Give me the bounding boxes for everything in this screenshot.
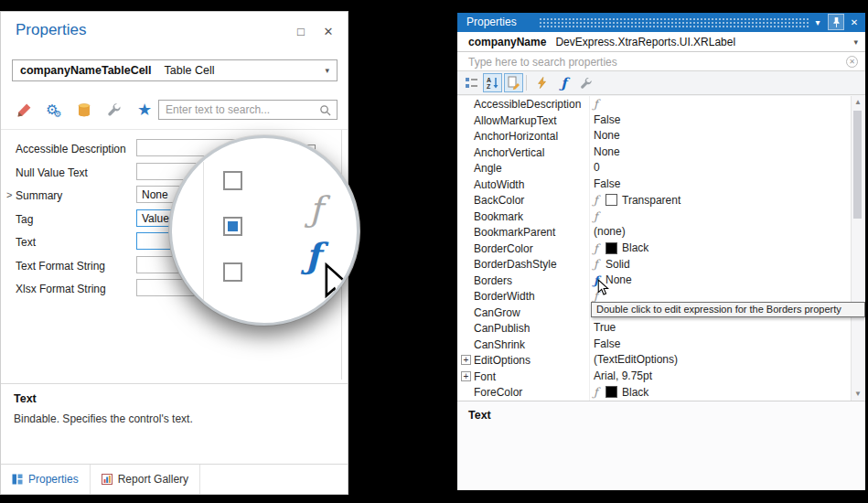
- property-value: ƒSolid: [591, 257, 849, 271]
- grid-row-autowidth[interactable]: AutoWidthFalse: [457, 177, 851, 193]
- control-selector-dropdown[interactable]: companyNameTableCell Table Cell ▾: [12, 59, 338, 81]
- value-text: None: [605, 273, 632, 286]
- expression-checkbox-checked[interactable]: [223, 217, 242, 236]
- property-value: ƒBlack: [591, 385, 849, 399]
- f-glyph: ƒ: [561, 75, 566, 91]
- value-text: (none): [594, 225, 626, 238]
- expression-f-icon[interactable]: ƒ: [594, 257, 601, 271]
- scroll-down-icon[interactable]: ▼: [852, 388, 864, 401]
- grid-row-forecolor[interactable]: ForeColorƒBlack: [457, 384, 851, 401]
- tab-properties[interactable]: Properties: [1, 465, 91, 494]
- gear-icon: ⚙: [54, 109, 62, 119]
- grid-row-anchorvertical[interactable]: AnchorVerticalNone: [457, 144, 851, 161]
- wrench-icon: [107, 102, 122, 117]
- property-name: EditOptions: [474, 354, 530, 367]
- data-icon[interactable]: [72, 98, 96, 122]
- grid-row-accessibledescription[interactable]: AccessibleDescriptionƒ: [457, 96, 851, 112]
- property-name: AllowMarkupText: [474, 114, 557, 127]
- expression-f-icon-active[interactable]: ƒ: [305, 235, 320, 276]
- favorites-star-icon[interactable]: ★: [133, 98, 156, 122]
- expression-f-icon[interactable]: ƒ: [309, 189, 322, 230]
- layout-wrench-icon[interactable]: [102, 98, 126, 122]
- grid-row-bordercolor[interactable]: BorderColorƒBlack: [457, 241, 851, 257]
- grid-row-backcolor[interactable]: BackColorƒTransparent: [457, 192, 851, 209]
- grid-row-canshrink[interactable]: CanShrinkFalse: [457, 337, 851, 353]
- grid-scrollbar[interactable]: ▲ ▼: [851, 96, 864, 401]
- az-sort-glyph: A Z: [486, 76, 499, 90]
- property-label: Text: [16, 236, 36, 249]
- format-brush-icon[interactable]: [12, 98, 36, 122]
- property-name: AutoWidth: [474, 178, 524, 191]
- tooltip: Double click to edit expression for the …: [591, 302, 865, 317]
- property-label: Accessible Description: [16, 143, 126, 155]
- grid-row-bookmarkparent[interactable]: BookmarkParent(none): [457, 224, 851, 241]
- categorized-icon[interactable]: [462, 73, 481, 92]
- property-name: CanGrow: [474, 306, 520, 319]
- brush-icon: [16, 102, 32, 118]
- expression-f-icon[interactable]: ƒ: [594, 209, 601, 223]
- tab-report-gallery[interactable]: Report Gallery: [91, 465, 200, 494]
- expand-plus-icon[interactable]: +: [461, 371, 471, 381]
- property-search-input[interactable]: Type here to search properties ✕: [457, 52, 865, 71]
- settings-wrench-icon[interactable]: [576, 73, 595, 92]
- search-icon: [319, 104, 331, 116]
- property-name: BookmarkParent: [474, 226, 555, 239]
- report-gallery-icon: [102, 474, 113, 485]
- behavior-gears-icon[interactable]: ⚙⚙: [42, 98, 66, 122]
- grid-row-borders[interactable]: BordersƒNone: [457, 273, 851, 289]
- expander-icon[interactable]: >: [6, 189, 12, 200]
- value-text: None: [594, 129, 620, 142]
- property-pages-icon[interactable]: [504, 73, 523, 92]
- value-text: True: [594, 321, 616, 334]
- clear-search-icon[interactable]: ✕: [846, 56, 858, 68]
- window-position-chevron-icon[interactable]: ▾: [809, 14, 826, 30]
- property-value: ƒ: [591, 209, 849, 223]
- property-label: Summary: [16, 189, 62, 202]
- star-icon: ★: [137, 100, 152, 120]
- close-icon[interactable]: ✕: [846, 14, 863, 30]
- expression-f-icon[interactable]: ƒ: [594, 193, 601, 207]
- grid-row-angle[interactable]: Angle0: [457, 160, 851, 177]
- expression-f-icon[interactable]: ƒ: [594, 97, 601, 111]
- bottom-tab-bar: Properties Report Gallery: [1, 464, 348, 494]
- categorized-glyph: [465, 76, 478, 90]
- property-name: CanPublish: [474, 322, 530, 335]
- grid-row-anchorhorizontal[interactable]: AnchorHorizontalNone: [457, 128, 851, 144]
- property-name: BorderWidth: [474, 290, 535, 303]
- value-text: False: [594, 337, 620, 350]
- tab-label: Properties: [28, 473, 79, 486]
- expand-plus-icon[interactable]: +: [461, 355, 471, 365]
- property-value: False: [591, 177, 849, 190]
- search-input[interactable]: Enter text to search...: [158, 100, 338, 120]
- alphabetical-sort-icon[interactable]: A Z: [483, 73, 502, 92]
- expression-f-icon[interactable]: ƒ: [554, 73, 573, 92]
- description-title: Text: [468, 409, 491, 422]
- expression-checkbox[interactable]: [223, 262, 242, 282]
- close-window-icon[interactable]: ✕: [321, 25, 336, 38]
- grid-row-borderdashstyle[interactable]: BorderDashStyleƒSolid: [457, 256, 851, 273]
- grid-row-editoptions[interactable]: +EditOptions(TextEditOptions): [457, 352, 851, 369]
- expressions-bolt-icon[interactable]: [532, 73, 552, 92]
- grid-row-allowmarkuptext[interactable]: AllowMarkupTextFalse: [457, 112, 851, 129]
- value-text: None: [594, 145, 620, 158]
- value-text: (TextEditOptions): [594, 353, 678, 366]
- svg-text:A: A: [487, 77, 491, 83]
- property-grid: AccessibleDescriptionƒAllowMarkupTextFal…: [457, 96, 865, 401]
- property-name: AccessibleDescription: [474, 98, 581, 111]
- scroll-up-icon[interactable]: ▲: [852, 96, 864, 109]
- object-type: DevExpress.XtraReports.UI.XRLabel: [555, 36, 735, 48]
- expression-checkbox[interactable]: [223, 171, 242, 190]
- grid-row-bookmark[interactable]: Bookmarkƒ: [457, 209, 851, 225]
- pin-icon[interactable]: [828, 14, 844, 30]
- property-value: False: [591, 113, 849, 126]
- docked-title-bar[interactable]: Properties ▾ ✕: [457, 13, 865, 32]
- expression-f-icon[interactable]: ƒ: [594, 385, 601, 399]
- restore-window-icon[interactable]: □: [294, 25, 308, 38]
- object-selector-dropdown[interactable]: companyName DevExpress.XtraReports.UI.XR…: [457, 32, 865, 52]
- scrollbar-thumb[interactable]: [853, 111, 862, 219]
- expression-f-icon[interactable]: ƒ: [594, 241, 601, 255]
- property-name: Borders: [474, 274, 512, 287]
- database-icon: [77, 102, 91, 118]
- grid-row-canpublish[interactable]: CanPublishTrue: [457, 320, 851, 337]
- grid-row-font[interactable]: +FontArial, 9.75pt: [457, 369, 851, 385]
